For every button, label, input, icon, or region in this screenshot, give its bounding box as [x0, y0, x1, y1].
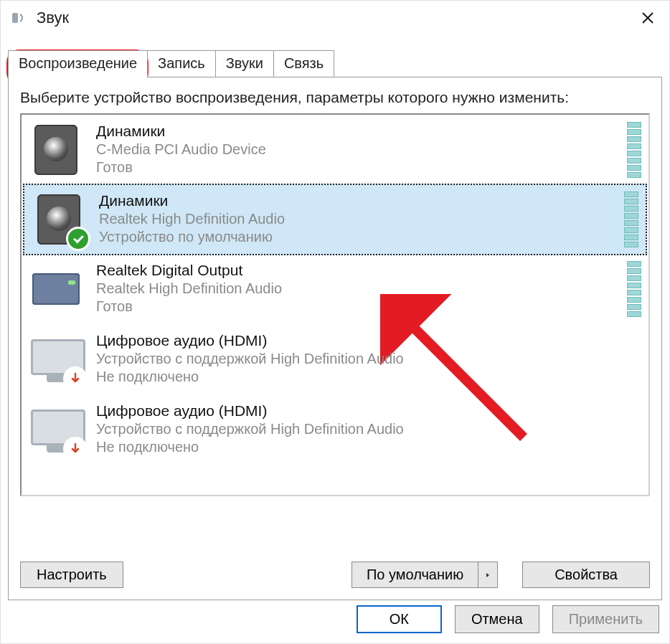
- app-icon: [9, 9, 28, 27]
- device-desc: C-Media PCI Audio Device: [96, 141, 620, 158]
- device-list[interactable]: ДинамикиC-Media PCI Audio DeviceГотовДин…: [20, 113, 650, 496]
- device-row[interactable]: Realtek Digital OutputRealtek High Defin…: [22, 254, 648, 324]
- sound-dialog: Звук Воспроизведение Запись Звуки Связь …: [0, 0, 670, 644]
- unplugged-badge-icon: [63, 437, 88, 461]
- close-button[interactable]: [632, 4, 664, 32]
- window-title: Звук: [37, 9, 69, 27]
- speaker-icon: [30, 191, 88, 248]
- set-default-label: По умолчанию: [351, 562, 478, 588]
- titlebar: Звук: [1, 1, 669, 35]
- device-row[interactable]: ДинамикиRealtek High Definition AudioУст…: [23, 184, 647, 255]
- device-name: Цифровое аудио (HDMI): [96, 332, 641, 349]
- device-desc: Realtek High Definition Audio: [99, 211, 617, 227]
- device-row[interactable]: Цифровое аудио (HDMI)Устройство с поддер…: [22, 324, 648, 394]
- tab-bar: Воспроизведение Запись Звуки Связь: [1, 49, 669, 77]
- tab-panel: Выберите устройство воспроизведения, пар…: [8, 77, 662, 600]
- device-name: Динамики: [99, 192, 617, 209]
- tab-playback[interactable]: Воспроизведение: [8, 50, 148, 77]
- set-default-dropdown[interactable]: [478, 562, 498, 588]
- monitor-icon: [27, 331, 85, 388]
- instruction-text: Выберите устройство воспроизведения, пар…: [20, 87, 650, 108]
- set-default-split-button[interactable]: По умолчанию: [351, 562, 498, 588]
- tab-sounds[interactable]: Звуки: [216, 50, 274, 77]
- device-row[interactable]: Цифровое аудио (HDMI)Устройство с поддер…: [22, 394, 648, 465]
- device-status: Не подключено: [96, 439, 641, 455]
- dialog-button-row: ОК Отмена Применить: [357, 605, 659, 633]
- device-row[interactable]: ДинамикиC-Media PCI Audio DeviceГотов: [22, 115, 648, 185]
- level-meter: [627, 122, 641, 178]
- cancel-button[interactable]: Отмена: [455, 605, 539, 633]
- device-name: Динамики: [96, 123, 620, 140]
- ok-button[interactable]: ОК: [357, 605, 442, 633]
- device-status: Устройство по умолчанию: [99, 229, 617, 245]
- default-badge-icon: [66, 227, 90, 251]
- device-status: Готов: [96, 298, 620, 315]
- configure-button[interactable]: Настроить: [20, 562, 123, 588]
- tab-recording[interactable]: Запись: [148, 50, 216, 77]
- device-desc: Устройство с поддержкой High Definition …: [96, 421, 641, 437]
- device-desc: Realtek High Definition Audio: [96, 280, 620, 297]
- panel-button-row: Настроить По умолчанию Свойства: [20, 562, 650, 588]
- monitor-icon: [27, 401, 85, 458]
- device-desc: Устройство с поддержкой High Definition …: [96, 351, 641, 367]
- spdif-icon: [27, 260, 85, 318]
- svg-rect-0: [12, 13, 18, 23]
- device-status: Готов: [96, 159, 620, 176]
- device-name: Realtek Digital Output: [96, 262, 620, 279]
- level-meter: [624, 191, 638, 247]
- properties-button[interactable]: Свойства: [522, 562, 650, 588]
- tab-communications[interactable]: Связь: [274, 50, 334, 77]
- apply-button[interactable]: Применить: [552, 605, 659, 633]
- speaker-icon: [27, 121, 85, 179]
- unplugged-badge-icon: [63, 366, 88, 391]
- level-meter: [627, 261, 641, 317]
- device-status: Не подключено: [96, 369, 641, 385]
- device-name: Цифровое аудио (HDMI): [96, 402, 641, 420]
